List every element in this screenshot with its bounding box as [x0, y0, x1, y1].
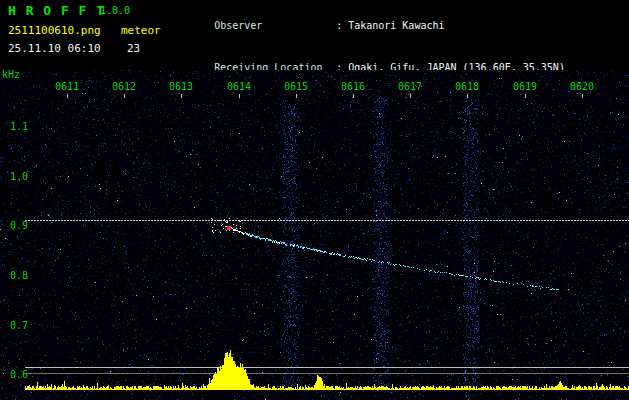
spectrogram-canvas: [0, 70, 629, 400]
time-tick-label: 0613: [168, 81, 194, 92]
time-tick-label: 0612: [111, 81, 137, 92]
info-value: : Takanori Kawachi: [336, 20, 444, 31]
time-tick-label: 0615: [283, 81, 309, 92]
time-tick-label: 0614: [226, 81, 252, 92]
time-tick-label: 0619: [512, 81, 538, 92]
info-label: Observer: [214, 19, 336, 33]
app-title: H R O F F T: [8, 3, 105, 18]
time-tick-label: 0618: [454, 81, 480, 92]
freq-tick-label: 1.1: [6, 121, 28, 132]
hrofft-screen: H R O F F T 1.0.0 2511100610.png meteor …: [0, 0, 629, 400]
time-tick-label: 0611: [54, 81, 80, 92]
freq-tick-label: 0.8: [6, 270, 28, 281]
freq-tick-label: 0.6: [6, 369, 28, 380]
freq-tick-label: 0.9: [6, 220, 28, 231]
datetime-label: 25.11.10 06:10: [8, 42, 101, 55]
time-tick-label: 0620: [569, 81, 595, 92]
freq-axis-unit: kHz: [2, 69, 20, 80]
output-filename: 2511100610.png: [8, 24, 101, 37]
freq-tick-label: 1.0: [6, 171, 28, 182]
time-tick-label: 0616: [340, 81, 366, 92]
info-row-observer: Observer: Takanori Kawachi: [178, 5, 565, 47]
app-version: 1.0.0: [100, 5, 130, 16]
time-tick-label: 0617: [397, 81, 423, 92]
freq-tick-label: 0.7: [6, 320, 28, 331]
mode-label: meteor: [121, 24, 161, 37]
echo-count: 23: [127, 42, 140, 55]
